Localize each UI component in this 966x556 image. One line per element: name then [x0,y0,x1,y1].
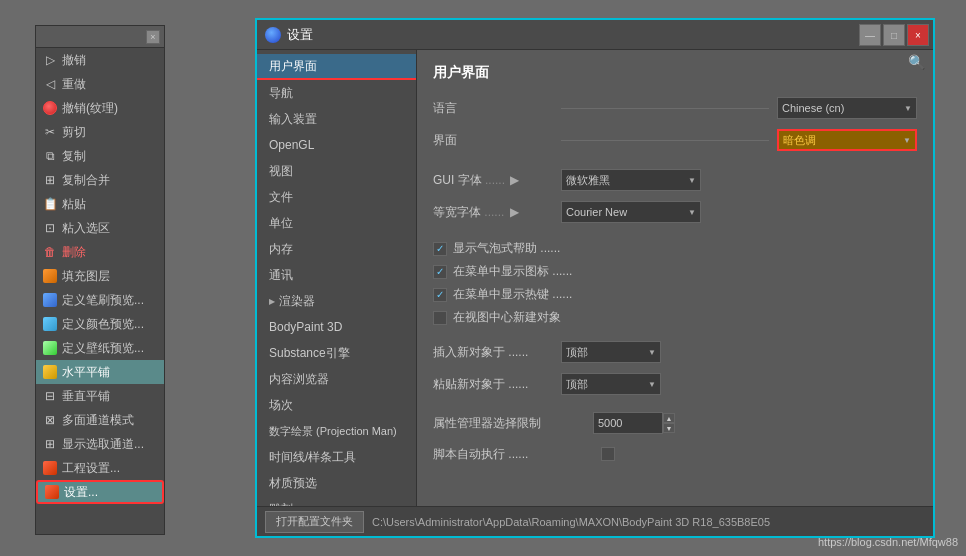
sidebar-item-redo[interactable]: ◁ 重做 [36,72,164,96]
merge-copy-icon: ⊞ [42,172,58,188]
sidebar-item-horizontal-tile[interactable]: 水平平铺 [36,360,164,384]
attr-label: 属性管理器选择限制 [433,415,593,432]
sidebar-item-multi-channel[interactable]: ⊠ 多面通道模式 [36,408,164,432]
sidebar-item-vertical-tile[interactable]: ⊟ 垂直平铺 [36,384,164,408]
multi-channel-icon: ⊠ [42,412,58,428]
nav-item-view[interactable]: 视图 [257,158,416,184]
sidebar-item-copy[interactable]: ⧉ 复制 [36,144,164,168]
paste-label: 粘贴新对象于 ...... [433,376,553,393]
sidebar-item-fill-layer[interactable]: 填充图层 [36,264,164,288]
nav-item-memory[interactable]: 内存 [257,236,416,262]
undo-texture-icon [42,100,58,116]
search-icon[interactable]: 🔍 [908,54,925,70]
copy-icon: ⧉ [42,148,58,164]
settings-dialog: 设置 — □ × 🔍 用户界面 导航 输入装置 OpenGL 视图 [255,18,935,538]
attr-limit-row: 属性管理器选择限制 5000 ▲ ▼ [433,412,917,434]
nav-item-renderer[interactable]: 渲染器 [257,288,416,314]
sidebar-item-undo-texture[interactable]: 撤销(纹理) [36,96,164,120]
sidebar-item-undo[interactable]: ▷ 撤销 [36,48,164,72]
paste-select[interactable]: 顶部 ▼ [561,373,661,395]
sidebar-item-settings[interactable]: 设置... [36,480,164,504]
sidebar-item-delete[interactable]: 🗑 删除 [36,240,164,264]
dialog-title-icon [265,27,281,43]
mono-font-select[interactable]: Courier New ▼ [561,201,701,223]
nav-item-material-preview[interactable]: 材质预选 [257,470,416,496]
gui-font-select[interactable]: 微软雅黑 ▼ [561,169,701,191]
nav-item-carve[interactable]: 雕刻 [257,496,416,506]
sidebar-item-cut[interactable]: ✂ 剪切 [36,120,164,144]
nav-item-navigation[interactable]: 导航 [257,80,416,106]
theme-label: 界面 [433,132,553,149]
dialog-title: 设置 [287,26,313,44]
dialog-controls: — □ × [859,24,929,46]
dialog-nav: 用户界面 导航 输入装置 OpenGL 视图 文件 单位 内存 [257,50,417,506]
theme-row: 界面 暗色调 ▼ [433,128,917,152]
attr-spinner: ▲ ▼ [663,413,675,433]
nav-item-projection[interactable]: 数字绘景 (Projection Man) [257,418,416,444]
checkbox-center-create-row: 在视图中心新建对象 [433,309,917,326]
insert-select-arrow: ▼ [648,348,656,357]
nav-item-opengl[interactable]: OpenGL [257,132,416,158]
language-select[interactable]: Chinese (cn) ▼ [777,97,917,119]
dialog-titlebar: 设置 — □ × [257,20,933,50]
sidebar-item-merge-copy[interactable]: ⊞ 复制合并 [36,168,164,192]
sidebar-item-paste[interactable]: 📋 粘贴 [36,192,164,216]
undo-icon: ▷ [42,52,58,68]
nav-item-scene[interactable]: 场次 [257,392,416,418]
center-create-label: 在视图中心新建对象 [453,309,561,326]
mono-font-arrow: ▼ [688,208,696,217]
redo-icon: ◁ [42,76,58,92]
script-checkbox[interactable] [601,447,615,461]
attr-spinner-down[interactable]: ▼ [663,423,675,433]
insert-object-row: 插入新对象于 ...... 顶部 ▼ [433,340,917,364]
paste-select-arrow: ▼ [648,380,656,389]
config-path: C:\Users\Administrator\AppData\Roaming\M… [372,516,925,528]
nav-item-bodypaint[interactable]: BodyPaint 3D [257,314,416,340]
nav-item-timeline[interactable]: 时间线/样条工具 [257,444,416,470]
nav-item-comm[interactable]: 通讯 [257,262,416,288]
nav-item-input[interactable]: 输入装置 [257,106,416,132]
nav-item-file[interactable]: 文件 [257,184,416,210]
insert-label: 插入新对象于 ...... [433,344,553,361]
close-button[interactable]: × [907,24,929,46]
sidebar-item-wallpaper-preset[interactable]: 定义壁纸预览... [36,336,164,360]
tooltip-checkbox[interactable] [433,242,447,256]
theme-select[interactable]: 暗色调 ▼ [777,129,917,151]
open-config-button[interactable]: 打开配置文件夹 [265,511,364,533]
pen-icon [42,292,58,308]
checkbox-menu-hotkey-row: 在菜单中显示热键 ...... [433,286,917,303]
watermark: https://blog.csdn.net/Mfqw88 [818,536,958,548]
gui-font-row: GUI 字体 ...... ▶ 微软雅黑 ▼ [433,168,917,192]
attr-spinner-up[interactable]: ▲ [663,413,675,423]
content-title: 用户界面 [433,64,917,82]
dialog-body: 用户界面 导航 输入装置 OpenGL 视图 文件 单位 内存 [257,50,933,506]
menu-hotkey-checkbox[interactable] [433,288,447,302]
nav-item-user-interface[interactable]: 用户界面 [257,54,416,80]
sidebar-item-project-settings[interactable]: 工程设置... [36,456,164,480]
sidebar-item-color-preset[interactable]: 定义颜色预览... [36,312,164,336]
checkbox-tooltip-row: 显示气泡式帮助 ...... [433,240,917,257]
vertical-tile-icon: ⊟ [42,388,58,404]
insert-select[interactable]: 顶部 ▼ [561,341,661,363]
minimize-button[interactable]: — [859,24,881,46]
nav-item-unit[interactable]: 单位 [257,210,416,236]
nav-item-browser[interactable]: 内容浏览器 [257,366,416,392]
project-icon [42,460,58,476]
script-row: 脚本自动执行 ...... [433,442,917,466]
tooltip-label: 显示气泡式帮助 ...... [453,240,560,257]
maximize-button[interactable]: □ [883,24,905,46]
sidebar-item-show-channel[interactable]: ⊞ 显示选取通道... [36,432,164,456]
attr-value-input[interactable]: 5000 [593,412,663,434]
nav-item-substance[interactable]: Substance引擎 [257,340,416,366]
sidebar: × ▷ 撤销 ◁ 重做 撤销(纹理) ✂ 剪切 ⧉ 复制 ⊞ 复制合并 📋 粘贴… [35,25,165,535]
menu-icon-checkbox[interactable] [433,265,447,279]
color-preset-icon [42,316,58,332]
sidebar-item-paste-area[interactable]: ⊡ 粘入选区 [36,216,164,240]
gui-font-label: GUI 字体 ...... ▶ [433,172,553,189]
sidebar-item-pen-preset[interactable]: 定义笔刷预览... [36,288,164,312]
cut-icon: ✂ [42,124,58,140]
center-create-checkbox[interactable] [433,311,447,325]
language-label: 语言 [433,100,553,117]
sidebar-close-button[interactable]: × [146,30,160,44]
show-channel-icon: ⊞ [42,436,58,452]
